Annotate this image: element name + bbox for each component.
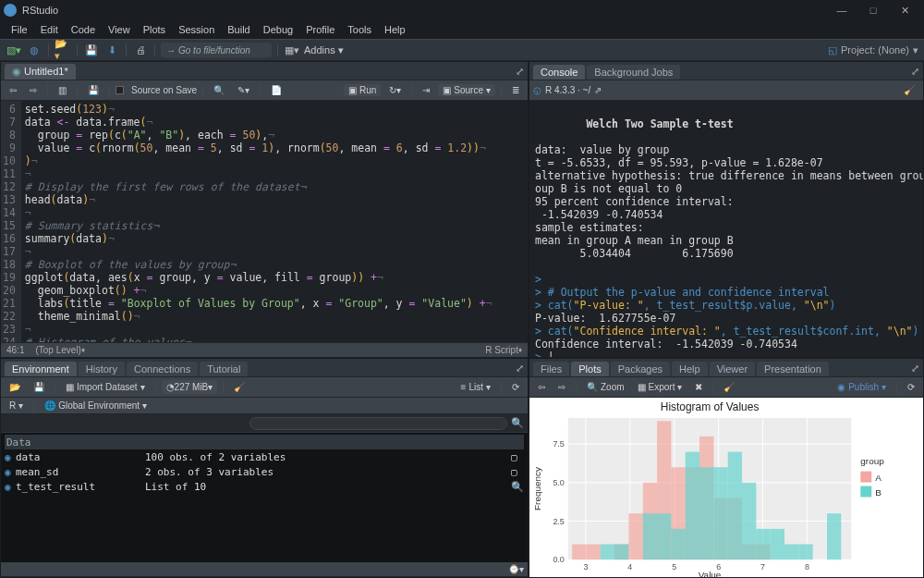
source-button[interactable]: ▣ Source ▾ [438, 84, 495, 96]
editor-tab[interactable]: ◉Untitled1* [5, 64, 76, 80]
menu-plots[interactable]: Plots [138, 22, 171, 37]
maximize-console-icon[interactable]: ⤢ [906, 63, 923, 80]
plot-prev-icon[interactable]: ⇦ [533, 381, 550, 393]
scope-menu[interactable]: (Top Level) [35, 345, 80, 355]
svg-text:7.5: 7.5 [553, 439, 564, 449]
tab-presentation[interactable]: Presentation [757, 362, 829, 376]
open-file-icon[interactable]: 📂▾ [55, 42, 71, 58]
wand-icon[interactable]: ✎▾ [233, 84, 254, 96]
save-icon[interactable]: 💾 [83, 42, 100, 58]
menu-session[interactable]: Session [173, 22, 220, 37]
list-mode-button[interactable]: ≡ List ▾ [456, 381, 495, 393]
tab-background-jobs[interactable]: Background Jobs [587, 65, 680, 80]
env-history-icon[interactable]: ⌚▾ [508, 564, 524, 574]
go-to-section-icon[interactable]: ⇥ [418, 84, 434, 96]
console-toolbar: ◵ R 4.3.3 · ~/ ⇗ 🧹 [529, 80, 923, 101]
menu-help[interactable]: Help [379, 22, 411, 37]
save-all-icon[interactable]: ⬇ [103, 42, 120, 58]
source-on-save-checkbox[interactable] [116, 86, 124, 94]
new-project-icon[interactable]: ◍ [26, 42, 43, 58]
clear-console-icon[interactable]: 🧹 [899, 84, 919, 96]
menu-tools[interactable]: Tools [342, 22, 377, 37]
menu-code[interactable]: Code [66, 22, 101, 37]
global-env-button[interactable]: 🌐 Global Environment ▾ [40, 400, 152, 412]
svg-rect-35 [614, 545, 628, 560]
import-dataset-button[interactable]: ▦ Import Dataset ▾ [61, 381, 150, 393]
file-type-label[interactable]: R Script [485, 345, 518, 355]
clear-plots-icon[interactable]: 🧹 [719, 381, 739, 393]
svg-text:8: 8 [805, 562, 809, 572]
plot-tab-bar: FilesPlotsPackagesHelpViewerPresentation… [529, 359, 923, 377]
new-file-icon[interactable]: ▧▾ [6, 42, 22, 58]
env-item-mean_sd[interactable]: ◉mean_sd2 obs. of 3 variables▢ [5, 464, 524, 479]
svg-rect-22 [586, 545, 600, 560]
env-search-input[interactable] [249, 417, 507, 430]
maximize-pane-icon[interactable]: ⤢ [511, 63, 528, 80]
run-button[interactable]: ▣ Run [344, 84, 381, 96]
r-scope-button[interactable]: R ▾ [5, 400, 28, 412]
tab-files[interactable]: Files [533, 362, 569, 376]
maximize-plot-icon[interactable]: ⤢ [906, 360, 923, 376]
svg-rect-45 [771, 529, 784, 560]
save-workspace-icon[interactable]: 💾 [29, 381, 49, 393]
grid-icon[interactable]: ▦▾ [284, 42, 300, 58]
svg-rect-47 [798, 545, 812, 560]
svg-text:4: 4 [627, 562, 632, 572]
refresh-plot-icon[interactable]: ⟳ [903, 381, 919, 393]
env-item-t_test_result[interactable]: ◉t_test_resultList of 10🔍 [5, 479, 524, 494]
tab-plots[interactable]: Plots [571, 362, 608, 376]
forward-button[interactable]: ⇨ [25, 84, 42, 96]
menu-file[interactable]: File [6, 22, 33, 37]
clear-env-icon[interactable]: 🧹 [229, 381, 249, 393]
project-menu[interactable]: ◱ Project: (None) ▾ [828, 44, 918, 56]
svg-text:group: group [860, 456, 884, 466]
tab-viewer[interactable]: Viewer [710, 362, 755, 376]
tab-environment[interactable]: Environment [5, 362, 77, 376]
load-workspace-icon[interactable]: 📂 [5, 381, 25, 393]
zoom-button[interactable]: 🔍 Zoom [582, 381, 629, 393]
console-output[interactable]: Welch Two Sample t-test data: value by g… [529, 101, 923, 357]
rerun-icon[interactable]: ↻▾ [384, 84, 406, 96]
title-bar: RStudio — □ ✕ [0, 0, 924, 20]
env-item-data[interactable]: ◉data100 obs. of 2 variables▢ [5, 449, 524, 464]
remove-plot-icon[interactable]: ✖ [690, 381, 707, 393]
back-button[interactable]: ⇦ [5, 84, 21, 96]
save-button[interactable]: 💾 [83, 84, 103, 96]
print-icon[interactable]: 🖨 [132, 42, 149, 58]
minimize-button[interactable]: — [826, 1, 857, 19]
addins-button[interactable]: Addins ▾ [304, 44, 344, 56]
svg-rect-48 [827, 513, 841, 560]
menu-bar: FileEditCodeViewPlotsSessionBuildDebugPr… [0, 20, 924, 39]
notebook-icon[interactable]: 📄 [266, 84, 286, 96]
menu-profile[interactable]: Profile [300, 22, 340, 37]
goto-file-function-input[interactable]: →Go to file/function [161, 43, 272, 57]
tab-help[interactable]: Help [672, 362, 708, 376]
memory-indicator[interactable]: ◔ 227 MiB ▾ [162, 380, 218, 394]
refresh-env-icon[interactable]: ⟳ [507, 381, 524, 393]
code-editor[interactable]: 6 7 8 9 10 11 12 13 14 15 16 17 18 19 20… [1, 101, 528, 342]
plot-next-icon[interactable]: ⇨ [553, 381, 570, 393]
tab-tutorial[interactable]: Tutorial [200, 362, 248, 376]
menu-debug[interactable]: Debug [258, 22, 298, 37]
tab-history[interactable]: History [79, 362, 125, 376]
rstudio-logo-icon [4, 4, 17, 17]
tab-packages[interactable]: Packages [611, 362, 670, 376]
tab-connections[interactable]: Connections [127, 362, 198, 376]
maximize-button[interactable]: □ [857, 1, 889, 19]
close-button[interactable]: ✕ [889, 1, 920, 19]
export-button[interactable]: ▦ Export ▾ [633, 381, 687, 393]
maximize-env-icon[interactable]: ⤢ [511, 360, 528, 376]
find-replace-icon[interactable]: 🔍 [209, 84, 229, 96]
menu-view[interactable]: View [103, 22, 136, 37]
menu-build[interactable]: Build [222, 22, 255, 37]
publish-button[interactable]: ◉ Publish ▾ [833, 381, 891, 393]
svg-rect-40 [699, 467, 713, 560]
menu-edit[interactable]: Edit [35, 22, 64, 37]
console-path-icon[interactable]: ⇗ [594, 85, 602, 95]
env-scope-bar: R ▾ 🌐 Global Environment ▾ [1, 398, 528, 414]
search-icon[interactable]: 🔍 [511, 417, 524, 429]
tab-console[interactable]: Console [533, 65, 585, 80]
svg-text:5: 5 [672, 562, 676, 572]
show-in-new-window-icon[interactable]: ▥ [54, 84, 71, 96]
outline-toggle-icon[interactable]: ≣ [507, 84, 524, 96]
